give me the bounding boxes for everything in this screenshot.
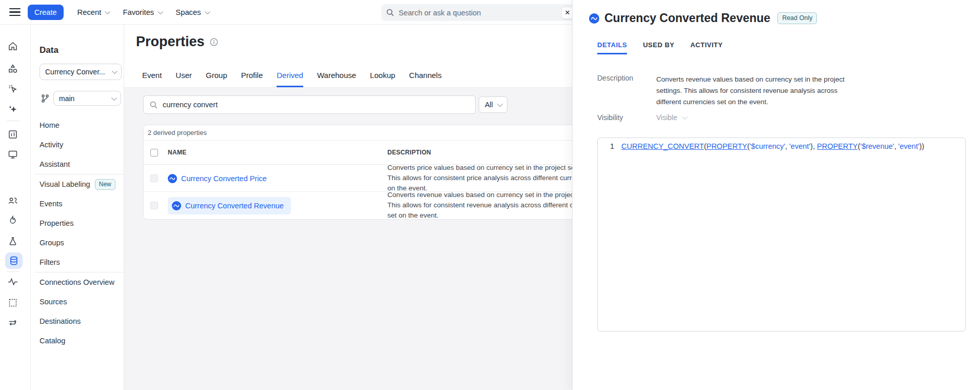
- property-search-input[interactable]: currency convert: [143, 95, 476, 114]
- sidebar-item-label: Groups: [40, 239, 64, 247]
- sidebar-item-label: Destinations: [40, 317, 81, 325]
- chevron-down-icon: [204, 8, 210, 14]
- tab-activity[interactable]: ACTIVITY: [690, 41, 722, 54]
- activity-pulse-icon[interactable]: [6, 275, 19, 288]
- tab-group[interactable]: Group: [206, 71, 227, 87]
- tab-lookup[interactable]: Lookup: [370, 71, 395, 87]
- sidebar-item-sources[interactable]: Sources: [31, 292, 124, 311]
- chevron-down-icon: [111, 94, 117, 100]
- sidebar-item-label: Filters: [40, 258, 60, 266]
- sidebar-item-label: Catalog: [40, 337, 65, 345]
- tab-details[interactable]: DETAILS: [597, 41, 627, 54]
- visibility-select[interactable]: Visible: [656, 113, 686, 122]
- panel-title: Currency Converted Revenue: [604, 11, 770, 25]
- insights-chart-icon[interactable]: [6, 128, 19, 141]
- sidebar-item-label: Assistant: [40, 160, 70, 168]
- sidebar-item-connections-overview[interactable]: Connections Overview: [31, 272, 124, 292]
- create-button[interactable]: Create: [28, 5, 64, 20]
- hamburger-menu-icon[interactable]: [9, 8, 21, 16]
- read-only-badge: Read Only: [777, 12, 817, 24]
- filter-select-all[interactable]: All: [479, 96, 507, 113]
- visual-select-icon[interactable]: [6, 82, 19, 95]
- chevron-down-icon: [112, 68, 117, 74]
- recent-menu-label: Recent: [77, 8, 102, 16]
- visibility-value: Visible: [656, 113, 677, 122]
- sidebar-item-activity[interactable]: Activity: [31, 135, 124, 154]
- tab-used-by[interactable]: USED BY: [643, 41, 674, 54]
- chevron-down-icon: [682, 114, 688, 120]
- select-all-checkbox[interactable]: [150, 149, 158, 157]
- description-value: Converts revenue values based on currenc…: [656, 74, 850, 108]
- code-punct: ,: [894, 142, 898, 150]
- sidebar-item-assistant[interactable]: Assistant: [31, 154, 124, 174]
- sidebar-item-groups[interactable]: Groups: [31, 233, 124, 252]
- session-replay-icon[interactable]: [6, 148, 19, 161]
- property-detail-panel: Currency Converted Revenue Read Only DET…: [572, 0, 980, 390]
- code-function: PROPERTY: [707, 142, 748, 150]
- retention-flame-icon[interactable]: [6, 213, 19, 227]
- property-link-currency-converted-price[interactable]: Currency Converted Price: [168, 174, 267, 183]
- global-search-input[interactable]: Search or ask a question ✕ +: [381, 4, 586, 21]
- derived-property-icon: [172, 201, 181, 210]
- recent-menu[interactable]: Recent: [77, 8, 109, 16]
- search-icon: [386, 9, 394, 16]
- search-icon: [150, 101, 158, 109]
- sidebar-item-events[interactable]: Events: [31, 194, 124, 213]
- sidebar-item-label: Sources: [40, 298, 67, 306]
- code-string: 'event': [898, 142, 919, 150]
- tab-event[interactable]: Event: [142, 71, 162, 87]
- sidebar-item-destinations[interactable]: Destinations: [31, 311, 124, 331]
- page-title: Properties: [136, 34, 205, 50]
- code-punct: )): [919, 142, 925, 150]
- experiments-flask-icon[interactable]: [6, 235, 19, 248]
- project-select[interactable]: Currency Conver...: [40, 64, 122, 80]
- data-flow-icon[interactable]: [6, 316, 19, 329]
- code-punct: ),: [810, 142, 817, 150]
- rail-divider: [7, 121, 20, 121]
- integrations-chip-icon[interactable]: [6, 296, 19, 309]
- row-checkbox[interactable]: [150, 174, 158, 182]
- branch-select[interactable]: main: [53, 91, 121, 106]
- spaces-menu[interactable]: Spaces: [175, 8, 208, 16]
- sidebar-item-visual-labeling[interactable]: Visual Labeling New: [31, 174, 124, 194]
- sidebar-item-label: Connections Overview: [40, 278, 114, 286]
- tab-derived[interactable]: Derived: [277, 71, 303, 87]
- git-branch-icon: [41, 94, 49, 103]
- column-header-name: NAME: [168, 149, 187, 156]
- tab-channels[interactable]: Channels: [409, 71, 441, 87]
- sparkles-ai-icon[interactable]: [6, 103, 19, 116]
- code-line-number: 1: [604, 142, 614, 150]
- sidebar-menu: Home Activity Assistant Visual Labeling …: [31, 115, 124, 350]
- home-icon[interactable]: [6, 40, 19, 53]
- boards-icon[interactable]: [6, 62, 19, 75]
- data-database-icon-active[interactable]: [5, 252, 23, 269]
- formula-code: CURRENCY_CONVERT(PROPERTY('$currency', '…: [621, 142, 924, 150]
- sidebar-item-filters[interactable]: Filters: [31, 252, 124, 272]
- tab-profile[interactable]: Profile: [241, 71, 263, 87]
- info-icon[interactable]: [210, 38, 218, 46]
- branch-select-value: main: [59, 94, 111, 103]
- rail-divider: [7, 271, 20, 272]
- tab-user[interactable]: User: [175, 71, 192, 87]
- left-icon-rail: [0, 25, 31, 390]
- new-badge: New: [95, 179, 115, 190]
- visibility-field: Visibility Visible: [597, 113, 686, 122]
- property-link-currency-converted-revenue[interactable]: Currency Converted Revenue: [168, 197, 291, 215]
- sidebar-item-label: Visual Labeling: [40, 180, 90, 188]
- property-search-value: currency convert: [163, 101, 218, 109]
- code-string: 'event': [789, 142, 810, 150]
- sidebar-item-catalog[interactable]: Catalog: [31, 331, 124, 350]
- code-string: '$revenue': [860, 142, 894, 150]
- visibility-label: Visibility: [597, 113, 656, 122]
- sidebar-item-properties[interactable]: Properties: [31, 213, 124, 233]
- sidebar-item-home[interactable]: Home: [31, 115, 124, 135]
- row-checkbox[interactable]: [150, 202, 158, 209]
- favorites-menu[interactable]: Favorites: [123, 8, 162, 16]
- sidebar-section-title: Data: [40, 45, 58, 55]
- tab-warehouse[interactable]: Warehouse: [317, 71, 356, 87]
- users-icon[interactable]: [6, 194, 19, 207]
- derived-property-icon: [589, 13, 599, 24]
- sidebar-item-label: Events: [40, 200, 63, 208]
- code-string: '$currency': [750, 142, 785, 150]
- property-type-tabs: Event User Group Profile Derived Warehou…: [142, 71, 442, 87]
